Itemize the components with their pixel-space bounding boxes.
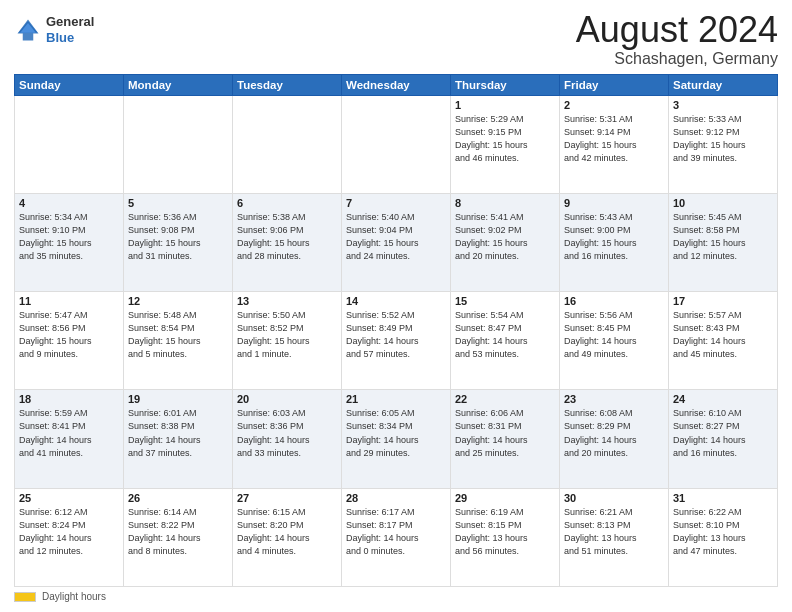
calendar-week-row: 25Sunrise: 6:12 AM Sunset: 8:24 PM Dayli… [15, 488, 778, 586]
col-tuesday: Tuesday [233, 74, 342, 95]
table-cell: 31Sunrise: 6:22 AM Sunset: 8:10 PM Dayli… [669, 488, 778, 586]
table-cell: 23Sunrise: 6:08 AM Sunset: 8:29 PM Dayli… [560, 390, 669, 488]
daylight-bar-icon [14, 592, 36, 602]
table-cell: 4Sunrise: 5:34 AM Sunset: 9:10 PM Daylig… [15, 193, 124, 291]
day-number: 14 [346, 295, 446, 307]
table-cell: 1Sunrise: 5:29 AM Sunset: 9:15 PM Daylig… [451, 95, 560, 193]
day-info: Sunrise: 5:59 AM Sunset: 8:41 PM Dayligh… [19, 407, 119, 459]
day-number: 13 [237, 295, 337, 307]
day-info: Sunrise: 5:45 AM Sunset: 8:58 PM Dayligh… [673, 211, 773, 263]
day-number: 2 [564, 99, 664, 111]
table-cell: 13Sunrise: 5:50 AM Sunset: 8:52 PM Dayli… [233, 292, 342, 390]
logo-text: General Blue [46, 14, 94, 45]
logo-blue: Blue [46, 30, 74, 45]
day-info: Sunrise: 6:19 AM Sunset: 8:15 PM Dayligh… [455, 506, 555, 558]
day-number: 20 [237, 393, 337, 405]
col-wednesday: Wednesday [342, 74, 451, 95]
day-number: 21 [346, 393, 446, 405]
day-info: Sunrise: 5:52 AM Sunset: 8:49 PM Dayligh… [346, 309, 446, 361]
day-info: Sunrise: 5:57 AM Sunset: 8:43 PM Dayligh… [673, 309, 773, 361]
day-number: 12 [128, 295, 228, 307]
col-monday: Monday [124, 74, 233, 95]
day-info: Sunrise: 6:10 AM Sunset: 8:27 PM Dayligh… [673, 407, 773, 459]
day-number: 24 [673, 393, 773, 405]
day-number: 18 [19, 393, 119, 405]
day-info: Sunrise: 5:43 AM Sunset: 9:00 PM Dayligh… [564, 211, 664, 263]
table-cell [124, 95, 233, 193]
title-block: August 2024 Schashagen, Germany [576, 10, 778, 68]
table-cell [342, 95, 451, 193]
day-number: 19 [128, 393, 228, 405]
table-cell: 6Sunrise: 5:38 AM Sunset: 9:06 PM Daylig… [233, 193, 342, 291]
day-info: Sunrise: 5:48 AM Sunset: 8:54 PM Dayligh… [128, 309, 228, 361]
day-number: 27 [237, 492, 337, 504]
col-thursday: Thursday [451, 74, 560, 95]
logo-general: General [46, 14, 94, 29]
table-cell [15, 95, 124, 193]
day-info: Sunrise: 5:41 AM Sunset: 9:02 PM Dayligh… [455, 211, 555, 263]
day-number: 5 [128, 197, 228, 209]
day-number: 9 [564, 197, 664, 209]
table-cell: 30Sunrise: 6:21 AM Sunset: 8:13 PM Dayli… [560, 488, 669, 586]
day-info: Sunrise: 6:15 AM Sunset: 8:20 PM Dayligh… [237, 506, 337, 558]
day-number: 31 [673, 492, 773, 504]
table-cell: 16Sunrise: 5:56 AM Sunset: 8:45 PM Dayli… [560, 292, 669, 390]
day-info: Sunrise: 5:56 AM Sunset: 8:45 PM Dayligh… [564, 309, 664, 361]
day-number: 23 [564, 393, 664, 405]
calendar-week-row: 1Sunrise: 5:29 AM Sunset: 9:15 PM Daylig… [15, 95, 778, 193]
day-info: Sunrise: 5:34 AM Sunset: 9:10 PM Dayligh… [19, 211, 119, 263]
day-number: 25 [19, 492, 119, 504]
day-number: 28 [346, 492, 446, 504]
table-cell: 2Sunrise: 5:31 AM Sunset: 9:14 PM Daylig… [560, 95, 669, 193]
table-cell: 28Sunrise: 6:17 AM Sunset: 8:17 PM Dayli… [342, 488, 451, 586]
day-info: Sunrise: 5:50 AM Sunset: 8:52 PM Dayligh… [237, 309, 337, 361]
day-number: 11 [19, 295, 119, 307]
table-cell: 14Sunrise: 5:52 AM Sunset: 8:49 PM Dayli… [342, 292, 451, 390]
table-cell: 26Sunrise: 6:14 AM Sunset: 8:22 PM Dayli… [124, 488, 233, 586]
day-number: 29 [455, 492, 555, 504]
table-cell: 19Sunrise: 6:01 AM Sunset: 8:38 PM Dayli… [124, 390, 233, 488]
calendar-header-row: Sunday Monday Tuesday Wednesday Thursday… [15, 74, 778, 95]
day-info: Sunrise: 5:31 AM Sunset: 9:14 PM Dayligh… [564, 113, 664, 165]
calendar-week-row: 18Sunrise: 5:59 AM Sunset: 8:41 PM Dayli… [15, 390, 778, 488]
day-info: Sunrise: 6:01 AM Sunset: 8:38 PM Dayligh… [128, 407, 228, 459]
main-title: August 2024 [576, 10, 778, 50]
day-info: Sunrise: 6:06 AM Sunset: 8:31 PM Dayligh… [455, 407, 555, 459]
day-info: Sunrise: 6:22 AM Sunset: 8:10 PM Dayligh… [673, 506, 773, 558]
table-cell: 9Sunrise: 5:43 AM Sunset: 9:00 PM Daylig… [560, 193, 669, 291]
day-number: 8 [455, 197, 555, 209]
table-cell: 20Sunrise: 6:03 AM Sunset: 8:36 PM Dayli… [233, 390, 342, 488]
day-number: 7 [346, 197, 446, 209]
day-info: Sunrise: 5:47 AM Sunset: 8:56 PM Dayligh… [19, 309, 119, 361]
table-cell: 22Sunrise: 6:06 AM Sunset: 8:31 PM Dayli… [451, 390, 560, 488]
calendar-week-row: 11Sunrise: 5:47 AM Sunset: 8:56 PM Dayli… [15, 292, 778, 390]
day-number: 17 [673, 295, 773, 307]
table-cell: 27Sunrise: 6:15 AM Sunset: 8:20 PM Dayli… [233, 488, 342, 586]
table-cell: 12Sunrise: 5:48 AM Sunset: 8:54 PM Dayli… [124, 292, 233, 390]
day-info: Sunrise: 6:08 AM Sunset: 8:29 PM Dayligh… [564, 407, 664, 459]
calendar-table: Sunday Monday Tuesday Wednesday Thursday… [14, 74, 778, 587]
day-number: 15 [455, 295, 555, 307]
logo-icon [14, 16, 42, 44]
day-number: 6 [237, 197, 337, 209]
day-number: 22 [455, 393, 555, 405]
header: General Blue August 2024 Schashagen, Ger… [14, 10, 778, 68]
day-number: 26 [128, 492, 228, 504]
col-friday: Friday [560, 74, 669, 95]
table-cell: 8Sunrise: 5:41 AM Sunset: 9:02 PM Daylig… [451, 193, 560, 291]
day-info: Sunrise: 6:17 AM Sunset: 8:17 PM Dayligh… [346, 506, 446, 558]
table-cell: 17Sunrise: 5:57 AM Sunset: 8:43 PM Dayli… [669, 292, 778, 390]
table-cell: 11Sunrise: 5:47 AM Sunset: 8:56 PM Dayli… [15, 292, 124, 390]
col-saturday: Saturday [669, 74, 778, 95]
day-number: 4 [19, 197, 119, 209]
day-info: Sunrise: 5:33 AM Sunset: 9:12 PM Dayligh… [673, 113, 773, 165]
day-number: 3 [673, 99, 773, 111]
day-info: Sunrise: 6:12 AM Sunset: 8:24 PM Dayligh… [19, 506, 119, 558]
table-cell: 7Sunrise: 5:40 AM Sunset: 9:04 PM Daylig… [342, 193, 451, 291]
day-number: 16 [564, 295, 664, 307]
calendar-week-row: 4Sunrise: 5:34 AM Sunset: 9:10 PM Daylig… [15, 193, 778, 291]
daylight-label: Daylight hours [42, 591, 106, 602]
day-info: Sunrise: 6:03 AM Sunset: 8:36 PM Dayligh… [237, 407, 337, 459]
table-cell: 21Sunrise: 6:05 AM Sunset: 8:34 PM Dayli… [342, 390, 451, 488]
day-info: Sunrise: 5:40 AM Sunset: 9:04 PM Dayligh… [346, 211, 446, 263]
